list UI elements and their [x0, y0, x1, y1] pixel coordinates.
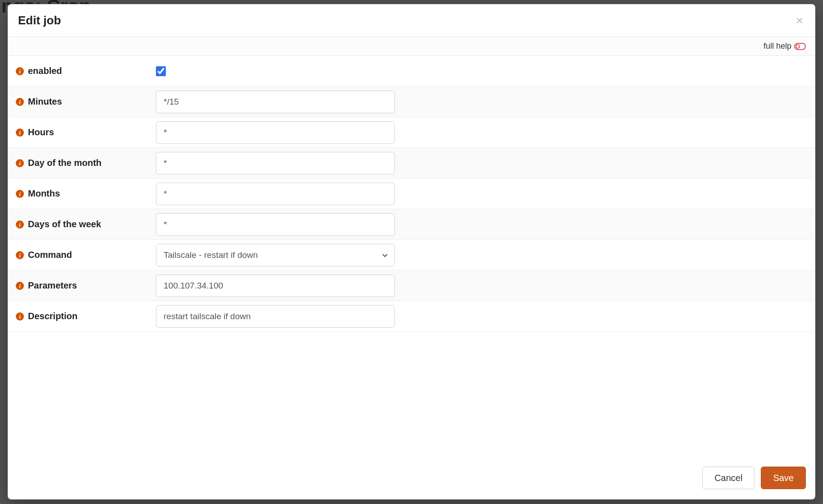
- help-bar: full help: [8, 37, 815, 56]
- info-icon[interactable]: i: [15, 220, 24, 229]
- svg-text:i: i: [19, 129, 21, 136]
- field-label: Minutes: [28, 96, 62, 107]
- cancel-button[interactable]: Cancel: [702, 467, 754, 489]
- full-help-label: full help: [764, 41, 791, 51]
- label-command: i Command: [15, 250, 156, 260]
- info-icon[interactable]: i: [15, 189, 24, 198]
- row-day-of-month: i Day of the month: [8, 148, 815, 179]
- field-label: Months: [28, 188, 60, 199]
- label-description: i Description: [15, 311, 156, 321]
- label-days-of-week: i Days of the week: [15, 219, 156, 229]
- label-minutes: i Minutes: [15, 96, 156, 107]
- minutes-input[interactable]: [156, 91, 395, 113]
- info-icon[interactable]: i: [15, 159, 24, 168]
- row-minutes: i Minutes: [8, 87, 815, 117]
- svg-text:i: i: [19, 252, 21, 258]
- label-enabled: i enabled: [15, 66, 156, 76]
- row-command: i Command Tailscale - restart if down: [8, 240, 815, 270]
- info-icon[interactable]: i: [15, 312, 24, 321]
- modal-footer: Cancel Save: [8, 458, 815, 499]
- row-days-of-week: i Days of the week: [8, 209, 815, 240]
- row-description: i Description: [8, 301, 815, 332]
- field-label: Description: [28, 311, 78, 321]
- svg-text:i: i: [19, 313, 21, 320]
- row-hours: i Hours: [8, 117, 815, 148]
- label-day-of-month: i Day of the month: [15, 158, 156, 168]
- label-hours: i Hours: [15, 127, 156, 137]
- description-input[interactable]: [156, 305, 395, 328]
- modal-header: Edit job ×: [8, 5, 815, 37]
- row-enabled: i enabled: [8, 56, 815, 87]
- save-button[interactable]: Save: [761, 467, 806, 489]
- edit-job-modal: Edit job × full help i enabled i Minutes: [8, 4, 815, 499]
- field-label: Day of the month: [28, 158, 101, 168]
- day-of-month-input[interactable]: [156, 152, 395, 174]
- field-label: Days of the week: [28, 219, 101, 229]
- label-parameters: i Parameters: [15, 280, 156, 291]
- info-icon[interactable]: i: [15, 281, 24, 290]
- hours-input[interactable]: [156, 121, 395, 144]
- info-icon[interactable]: i: [15, 67, 24, 76]
- svg-text:i: i: [19, 191, 21, 197]
- svg-text:i: i: [19, 160, 21, 166]
- form-body: i enabled i Minutes i: [8, 56, 815, 458]
- command-select[interactable]: Tailscale - restart if down: [156, 244, 395, 266]
- row-parameters: i Parameters: [8, 270, 815, 301]
- info-icon[interactable]: i: [15, 128, 24, 137]
- field-label: Parameters: [28, 280, 77, 291]
- svg-text:i: i: [19, 68, 21, 74]
- svg-text:i: i: [19, 283, 21, 289]
- row-months: i Months: [8, 179, 815, 209]
- months-input[interactable]: [156, 183, 395, 205]
- close-icon[interactable]: ×: [796, 14, 803, 27]
- info-icon[interactable]: i: [15, 251, 24, 260]
- svg-text:i: i: [19, 221, 21, 228]
- parameters-input[interactable]: [156, 275, 395, 297]
- field-label: Command: [28, 250, 72, 260]
- svg-text:i: i: [19, 99, 21, 105]
- field-label: enabled: [28, 66, 62, 76]
- label-months: i Months: [15, 188, 156, 199]
- info-icon[interactable]: i: [15, 97, 24, 106]
- full-help-toggle[interactable]: [794, 43, 806, 50]
- enabled-checkbox[interactable]: [156, 66, 166, 76]
- field-label: Hours: [28, 127, 54, 137]
- modal-title: Edit job: [18, 14, 61, 27]
- days-of-week-input[interactable]: [156, 213, 395, 236]
